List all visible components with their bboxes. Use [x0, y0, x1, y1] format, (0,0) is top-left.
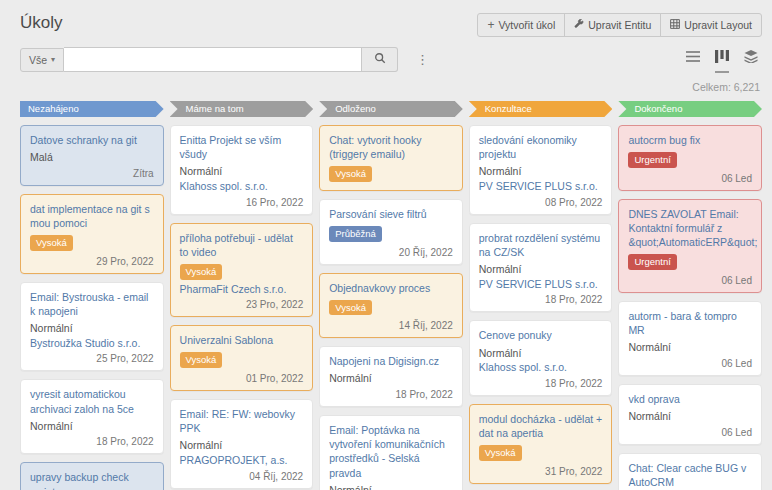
edit-layout-label: Upravit Layout: [684, 19, 752, 31]
task-title-link[interactable]: Email: Poptávka na vytvoření komunikační…: [329, 423, 453, 480]
task-due-date: Zítra: [30, 168, 154, 179]
kanban-column-cards: Datove schranky na git Malá Zítra dat im…: [20, 125, 164, 490]
task-due-date: 25 Pro, 2022: [30, 353, 154, 364]
task-title-link[interactable]: Parsování sieve filtrů: [329, 207, 453, 221]
view-switcher: [686, 49, 762, 71]
task-title-link[interactable]: autorm - bara & tompro MR: [628, 309, 752, 337]
edit-entity-button[interactable]: Upravit Entitu: [564, 13, 661, 37]
task-title-link[interactable]: Email: RE: FW: webovky PPK: [180, 407, 304, 435]
task-title-link[interactable]: sledování ekonomiky projektu: [479, 133, 603, 161]
task-due-date: 06 Led: [628, 173, 752, 184]
task-priority-badge: Vysoká: [180, 352, 223, 368]
task-title-link[interactable]: Univerzalni Sablona: [180, 333, 304, 347]
task-priority-badge: Urgentní: [628, 254, 676, 270]
task-card[interactable]: vkd oprava Normální 06 Led: [618, 384, 762, 445]
task-title-link[interactable]: Chat: Clear cache BUG v AutoCRM: [628, 461, 752, 489]
search-input[interactable]: [64, 47, 362, 72]
kanban-column-label: Dokončeno: [634, 103, 682, 114]
kanban-column: Máme na tom Enitta Projekt se vším všudy…: [170, 101, 314, 490]
task-card[interactable]: upravy backup check scriptu Malá 09 Pro,…: [20, 462, 164, 490]
task-card[interactable]: autocrm bug fix Urgentní 06 Led: [618, 125, 762, 191]
task-title-link[interactable]: Email: Bystrouska - email k napojeni: [30, 290, 154, 318]
edit-layout-button[interactable]: Upravit Layout: [660, 13, 762, 37]
task-priority-text: Normální: [479, 164, 603, 179]
layout-grid-icon: [670, 19, 680, 31]
task-priority-text: Normální: [30, 321, 154, 336]
task-title-link[interactable]: Datove schranky na git: [30, 133, 154, 147]
task-title-link[interactable]: vyresit automatickou archivaci zaloh na …: [30, 387, 154, 415]
task-card[interactable]: dat implementace na git s mou pomoci Vys…: [20, 194, 164, 274]
task-card[interactable]: Chat: vytvorit hooky (triggery emailu) V…: [319, 125, 463, 191]
kanban-column: Nezahájeno Datove schranky na git Malá Z…: [20, 101, 164, 490]
task-related-link[interactable]: PRAGOPROJEKT, a.s.: [180, 453, 304, 468]
task-related-link[interactable]: PharmaFit Czech s.r.o.: [180, 282, 304, 297]
task-title-link[interactable]: Cenove ponuky: [479, 328, 603, 342]
task-related-link[interactable]: Klahoss spol. s.r.o.: [180, 179, 304, 194]
task-card[interactable]: modul docházka - udělat + dat na apertia…: [469, 404, 613, 484]
task-due-date: 14 Říj, 2022: [329, 320, 453, 331]
task-card[interactable]: Email: Bystrouska - email k napojeni Nor…: [20, 282, 164, 372]
task-card[interactable]: Chat: Clear cache BUG v AutoCRM Normální: [618, 453, 762, 490]
task-title-link[interactable]: modul docházka - udělat + dat na apertia: [479, 412, 603, 440]
search-button[interactable]: [362, 47, 398, 72]
task-priority-badge: Vysoká: [329, 166, 372, 182]
task-title-link[interactable]: vkd oprava: [628, 392, 752, 406]
create-task-label: Vytvořit úkol: [498, 19, 555, 31]
task-card[interactable]: Univerzalni Sablona Vysoká 01 Pro, 2022: [170, 325, 314, 391]
task-related-link[interactable]: PV SERVICE PLUS s.r.o.: [479, 277, 603, 292]
task-title-link[interactable]: Chat: vytvorit hooky (triggery emailu): [329, 133, 453, 161]
list-view-icon[interactable]: [686, 49, 700, 71]
task-card[interactable]: sledování ekonomiky projektu Normální PV…: [469, 125, 613, 215]
task-title-link[interactable]: dat implementace na git s mou pomoci: [30, 202, 154, 230]
search-scope-label: Vše: [29, 54, 47, 66]
task-related-link[interactable]: Klahoss spol. s.r.o.: [479, 360, 603, 375]
task-card[interactable]: Enitta Projekt se vším všudy Normální Kl…: [170, 125, 314, 215]
task-card[interactable]: Email: RE: FW: webovky PPK Normální PRAG…: [170, 399, 314, 489]
task-card[interactable]: probrat rozdělení systému na CZ/SK Normá…: [469, 223, 613, 313]
kanban-board: Nezahájeno Datove schranky na git Malá Z…: [0, 93, 772, 490]
task-card[interactable]: vyresit automatickou archivaci zaloh na …: [20, 379, 164, 454]
task-card[interactable]: autorm - bara & tompro MR Normální 06 Le…: [618, 301, 762, 376]
task-card[interactable]: Datove schranky na git Malá Zítra: [20, 125, 164, 186]
task-related-link[interactable]: Bystroužka Studio s.r.o.: [30, 336, 154, 351]
task-title-link[interactable]: probrat rozdělení systému na CZ/SK: [479, 231, 603, 259]
top-bar: Úkoly + Vytvořit úkol Upravit Entitu Upr…: [0, 0, 772, 37]
task-due-date: 20 Říj, 2022: [329, 247, 453, 258]
task-priority-badge: Vysoká: [30, 235, 73, 251]
task-priority-badge: Vysoká: [180, 264, 223, 280]
kanban-column-label: Odloženo: [335, 103, 376, 114]
task-card[interactable]: Email: Poptávka na vytvoření komunikační…: [319, 415, 463, 490]
task-priority-text: Normální: [628, 340, 752, 355]
task-title-link[interactable]: Objednavkovy proces: [329, 281, 453, 295]
task-card[interactable]: Napojeni na Digisign.cz Normální 18 Pro,…: [319, 346, 463, 407]
task-title-link[interactable]: příloha potřebuji - udělat to video: [180, 231, 304, 259]
task-title-link[interactable]: upravy backup check scriptu: [30, 470, 154, 490]
task-priority-badge: Urgentní: [628, 152, 676, 168]
task-title-link[interactable]: Napojeni na Digisign.cz: [329, 354, 453, 368]
layers-view-icon[interactable]: [744, 49, 758, 71]
task-title-link[interactable]: DNES ZAVOLAT Email: Kontaktní formulář z…: [628, 207, 752, 250]
task-due-date: 01 Pro, 2022: [180, 373, 304, 384]
task-priority-text: Normální: [329, 371, 453, 386]
kanban-column-header: Máme na tom: [170, 101, 314, 117]
task-title-link[interactable]: Enitta Projekt se vším všudy: [180, 133, 304, 161]
task-title-link[interactable]: autocrm bug fix: [628, 133, 752, 147]
task-due-date: 16 Pro, 2022: [180, 197, 304, 208]
kanban-column-header: Nezahájeno: [20, 101, 164, 117]
kanban-column: Dokončeno autocrm bug fix Urgentní 06 Le…: [618, 101, 762, 490]
kanban-view-icon[interactable]: [715, 49, 729, 71]
task-card[interactable]: DNES ZAVOLAT Email: Kontaktní formulář z…: [618, 199, 762, 293]
task-card[interactable]: Parsování sieve filtrů Průběžná 20 Říj, …: [319, 199, 463, 265]
task-card[interactable]: Objednavkovy proces Vysoká 14 Říj, 2022: [319, 273, 463, 339]
task-related-link[interactable]: PV SERVICE PLUS s.r.o.: [479, 179, 603, 194]
task-due-date: 08 Pro, 2022: [479, 197, 603, 208]
kanban-column: Odloženo Chat: vytvorit hooky (triggery …: [319, 101, 463, 490]
task-due-date: 29 Pro, 2022: [30, 256, 154, 267]
kebab-menu-icon[interactable]: ⋮: [410, 50, 435, 69]
kanban-column: Konzultace sledování ekonomiky projektu …: [469, 101, 613, 490]
kanban-column-cards: autocrm bug fix Urgentní 06 Led DNES ZAV…: [618, 125, 762, 490]
task-card[interactable]: příloha potřebuji - udělat to video Vyso…: [170, 223, 314, 318]
create-task-button[interactable]: + Vytvořit úkol: [477, 13, 565, 37]
task-card[interactable]: Cenove ponuky Normální Klahoss spol. s.r…: [469, 320, 613, 396]
search-scope-dropdown[interactable]: Vše ▾: [20, 48, 64, 72]
